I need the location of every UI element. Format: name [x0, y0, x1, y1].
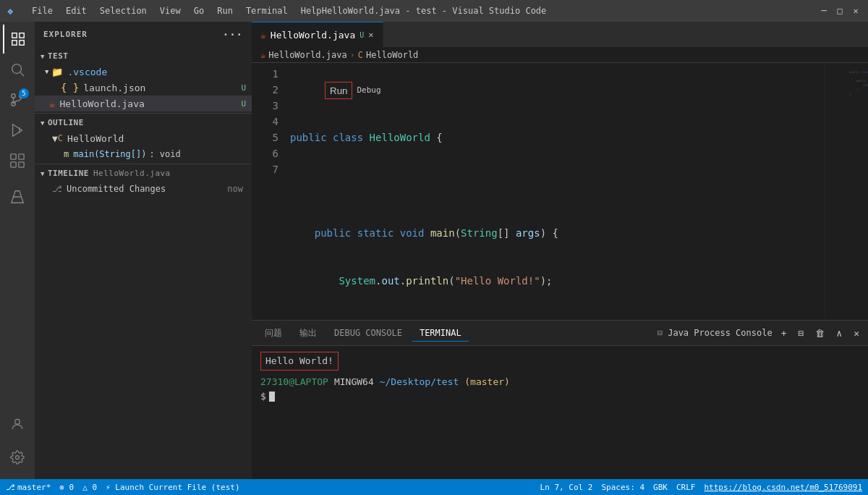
terminal-panel: 问题 输出 DEBUG CONSOLE TERMINAL ⊟ Java Proc…	[252, 320, 868, 479]
breadcrumb-filename[interactable]: HelloWorld.java	[268, 50, 346, 60]
timeline-arrow: ▼	[41, 170, 45, 177]
split-terminal-button[interactable]: ⊟	[796, 326, 807, 340]
menu-selection[interactable]: Selection	[94, 4, 153, 17]
prompt-app: MINGW64	[334, 375, 374, 389]
folder-arrow: ▼	[45, 68, 48, 75]
source-control-activity-icon[interactable]: 5	[3, 85, 32, 114]
cursor-position-status[interactable]: Ln 7, Col 2	[540, 483, 593, 492]
tab-java-icon: ☕	[260, 30, 266, 41]
main-container: 5	[0, 22, 868, 479]
run-button[interactable]: Run	[325, 82, 352, 99]
prompt-branch: (master)	[464, 375, 510, 389]
blog-link-status[interactable]: https://blog.csdn.net/m0_51769091	[704, 483, 862, 492]
hello-world-output: Hello World!	[260, 352, 339, 371]
sidebar-header-icons: ···	[223, 29, 243, 41]
vscode-folder[interactable]: ▼ 📁 .vscode	[35, 64, 252, 80]
outline-section-title[interactable]: ▼ OUTLINE	[35, 115, 252, 130]
add-terminal-button[interactable]: +	[778, 326, 790, 340]
breadcrumb: ☕ HelloWorld.java › C HelloWorld	[252, 47, 868, 63]
spaces-status[interactable]: Spaces: 4	[601, 483, 644, 492]
close-terminal-button[interactable]: ✕	[851, 326, 862, 340]
class-name: HelloWorld	[67, 133, 124, 144]
errors-status[interactable]: ⊗ 0	[59, 483, 74, 492]
svg-rect-12	[19, 154, 24, 159]
close-button[interactable]: ✕	[851, 6, 861, 16]
status-bar: ⎇ master* ⊗ 0 △ 0 ⚡ Launch Current File …	[0, 479, 868, 495]
search-activity-icon[interactable]	[3, 55, 32, 84]
svg-rect-11	[11, 154, 16, 159]
svg-point-16	[16, 456, 20, 460]
menu-edit[interactable]: Edit	[60, 4, 93, 17]
maximize-button[interactable]: □	[835, 6, 845, 16]
title-bar-left: ❖ File Edit Selection View Go Run Termin…	[7, 4, 328, 17]
outline-helloworld-class[interactable]: ▼ C HelloWorld	[35, 130, 252, 146]
timeline-section-title[interactable]: ▼ TIMELINE HelloWorld.java	[35, 166, 252, 181]
window-title: HelloWorld.java - test - Visual Studio C…	[322, 6, 547, 16]
test-section-title[interactable]: ▼ TEST	[35, 48, 252, 64]
tab-output[interactable]: 输出	[292, 324, 324, 342]
encoding-status[interactable]: GBK	[653, 483, 668, 492]
activity-bar: 5	[0, 22, 35, 479]
outline-arrow: ▼	[41, 119, 45, 127]
tab-bar: ☕ HelloWorld.java U ✕	[252, 22, 868, 47]
helloworld-java-label: HelloWorld.java	[59, 98, 144, 109]
launch-status[interactable]: ⚡ Launch Current File (test)	[106, 483, 239, 492]
warnings-label: △ 0	[82, 483, 97, 492]
helloworld-java-item[interactable]: ☕ HelloWorld.java U	[35, 96, 252, 111]
menu-view[interactable]: View	[154, 4, 187, 17]
menu-file[interactable]: File	[26, 4, 59, 17]
timeline-item-label: Uncommitted Changes	[67, 184, 166, 194]
new-file-icon[interactable]: ···	[223, 29, 243, 41]
minimize-button[interactable]: ─	[819, 6, 829, 16]
menu-bar: File Edit Selection View Go Run Terminal…	[26, 4, 328, 17]
svg-rect-2	[12, 41, 17, 45]
tab-label: HelloWorld.java	[271, 30, 355, 41]
menu-run[interactable]: Run	[211, 4, 239, 17]
line-ending-status[interactable]: CRLF	[676, 483, 696, 492]
svg-marker-9	[13, 124, 22, 137]
sidebar-title: EXPLORER	[43, 30, 88, 39]
tab-helloworld[interactable]: ☕ HelloWorld.java U ✕	[252, 22, 383, 47]
explorer-activity-icon[interactable]	[3, 25, 32, 54]
code-line-3: public static void main(String[] args) {	[290, 225, 825, 241]
tab-close-icon[interactable]: ✕	[368, 30, 373, 40]
svg-rect-14	[19, 162, 24, 167]
prompt-path: ~/Desktop/test	[380, 375, 459, 389]
code-content[interactable]: Run Debug public class HelloWorld { publ…	[284, 63, 825, 320]
account-activity-icon[interactable]	[3, 410, 32, 439]
settings-activity-icon[interactable]	[3, 443, 32, 472]
section-label: TEST	[48, 51, 69, 61]
svg-point-4	[12, 64, 22, 74]
tab-debug-console[interactable]: DEBUG CONSOLE	[327, 325, 409, 341]
menu-go[interactable]: Go	[188, 4, 210, 17]
timeline-uncommitted[interactable]: ⎇ Uncommitted Changes now	[35, 181, 252, 197]
test-activity-icon[interactable]	[3, 182, 32, 211]
helloworld-badge: U	[241, 99, 246, 109]
outline-main-method[interactable]: m main(String[]) : void	[35, 146, 252, 162]
menu-terminal[interactable]: Terminal	[240, 4, 294, 17]
run-debug-bar: Run Debug	[325, 82, 386, 99]
terminal-cursor	[269, 392, 275, 402]
warnings-status[interactable]: △ 0	[82, 483, 97, 492]
debug-button[interactable]: Debug	[352, 82, 385, 99]
tab-problems[interactable]: 问题	[258, 324, 289, 342]
svg-point-15	[15, 419, 20, 424]
line-numbers: 1 2 3 4 5 6 7	[252, 63, 284, 320]
errors-label: ⊗ 0	[59, 483, 74, 492]
breadcrumb-class[interactable]: HelloWorld	[366, 50, 418, 60]
tab-terminal[interactable]: TERMINAL	[412, 325, 469, 342]
maximize-terminal-button[interactable]: ∧	[833, 326, 845, 340]
vscode-folder-label: .vscode	[67, 67, 107, 77]
code-line-1: public class HelloWorld {	[290, 130, 825, 145]
launch-json-item[interactable]: { } launch.json U	[35, 80, 252, 96]
delete-terminal-button[interactable]: 🗑	[812, 326, 827, 340]
status-bar-right: Ln 7, Col 2 Spaces: 4 GBK CRLF https://b…	[540, 483, 862, 492]
git-branch-status[interactable]: ⎇ master*	[6, 483, 51, 492]
java-file-icon: ☕	[49, 98, 55, 109]
title-bar: ❖ File Edit Selection View Go Run Termin…	[0, 0, 868, 22]
extensions-activity-icon[interactable]	[3, 146, 32, 175]
launch-json-label: launch.json	[83, 82, 145, 93]
svg-rect-3	[20, 41, 24, 45]
terminal-body[interactable]: Hello World! 27310@LAPTOP MINGW64 ~/Desk…	[252, 346, 868, 479]
run-debug-activity-icon[interactable]	[3, 116, 32, 145]
